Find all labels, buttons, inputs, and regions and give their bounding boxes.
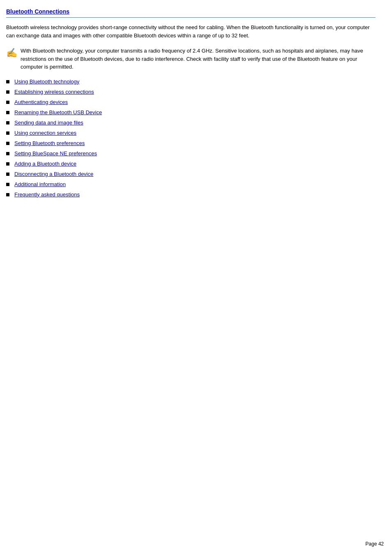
nav-link-0[interactable]: Using Bluetooth technology <box>14 78 79 85</box>
bullet-icon <box>6 173 9 176</box>
nav-link-4[interactable]: Sending data and image files <box>14 120 83 126</box>
list-item: Sending data and image files <box>6 120 376 126</box>
nav-link-5[interactable]: Using connection services <box>14 130 76 136</box>
bullet-icon <box>6 162 9 166</box>
nav-link-7[interactable]: Setting BlueSpace NE preferences <box>14 150 97 157</box>
page-number: Page 42 <box>365 541 384 547</box>
nav-link-3[interactable]: Renaming the Bluetooth USB Device <box>14 109 102 115</box>
bullet-icon <box>6 111 9 114</box>
page-container: Bluetooth Connections Bluetooth wireless… <box>0 0 392 218</box>
list-item: Using Bluetooth technology <box>6 78 376 85</box>
list-item: Setting BlueSpace NE preferences <box>6 150 376 157</box>
bullet-icon <box>6 131 9 135</box>
bullet-icon <box>6 101 9 104</box>
links-list: Using Bluetooth technologyEstablishing w… <box>6 78 376 198</box>
bullet-icon <box>6 193 9 196</box>
nav-link-1[interactable]: Establishing wireless connections <box>14 89 94 95</box>
page-title: Bluetooth Connections <box>6 8 376 18</box>
note-text: With Bluetooth technology, your computer… <box>21 47 376 71</box>
list-item: Using connection services <box>6 130 376 136</box>
list-item: Disconnecting a Bluetooth device <box>6 171 376 177</box>
bullet-icon <box>6 183 9 186</box>
bullet-icon <box>6 80 9 83</box>
nav-link-2[interactable]: Authenticating devices <box>14 99 68 105</box>
nav-link-8[interactable]: Adding a Bluetooth device <box>14 161 76 167</box>
nav-link-9[interactable]: Disconnecting a Bluetooth device <box>14 171 93 177</box>
nav-link-6[interactable]: Setting Bluetooth preferences <box>14 140 85 146</box>
list-item: Establishing wireless connections <box>6 89 376 95</box>
note-icon: ✍ <box>6 46 17 60</box>
list-item: Adding a Bluetooth device <box>6 161 376 167</box>
list-item: Renaming the Bluetooth USB Device <box>6 109 376 115</box>
list-item: Setting Bluetooth preferences <box>6 140 376 146</box>
bullet-icon <box>6 142 9 145</box>
nav-link-11[interactable]: Frequently asked questions <box>14 191 80 198</box>
nav-link-10[interactable]: Additional information <box>14 181 66 187</box>
note-block: ✍ With Bluetooth technology, your comput… <box>6 47 376 71</box>
list-item: Authenticating devices <box>6 99 376 105</box>
list-item: Additional information <box>6 181 376 187</box>
intro-paragraph: Bluetooth wireless technology provides s… <box>6 23 376 39</box>
list-item: Frequently asked questions <box>6 191 376 198</box>
bullet-icon <box>6 90 9 94</box>
bullet-icon <box>6 152 9 155</box>
bullet-icon <box>6 121 9 124</box>
